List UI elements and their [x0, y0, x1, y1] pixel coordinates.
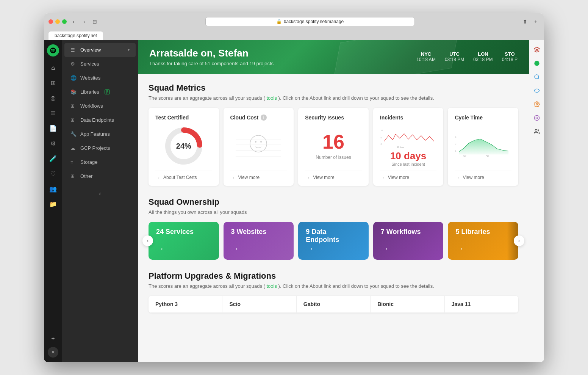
sidebar-item-app-features[interactable]: 🔧 App Features [64, 127, 136, 141]
platform-upgrades-subtitle: The scores are an aggregate across all y… [149, 283, 518, 289]
sidebar-item-workflows[interactable]: ⊞ Workflows [64, 99, 136, 113]
rp-search-icon[interactable] [532, 72, 542, 82]
libraries-badge: β [105, 89, 110, 94]
clock-nyc-time: 10:18 AM [416, 57, 436, 62]
cloud-cost-sparkline [232, 132, 285, 160]
incidents-body: 10 5 0 10 days 10 days Since last incide… [380, 125, 437, 167]
scroll-left-button[interactable]: ‹ [142, 235, 153, 246]
gcp-projects-icon: ☁ [70, 145, 77, 151]
sidebar-item-libraries[interactable]: 📚 Libraries β [64, 85, 136, 99]
incidents-title: Incidents [380, 115, 437, 121]
squad-metrics-section: Squad Metrics The scores are an aggregat… [149, 83, 518, 186]
back-button[interactable]: ‹ [70, 18, 77, 25]
svg-point-20 [534, 61, 539, 66]
platform-col-gabito: Gabito [297, 296, 371, 312]
active-tab[interactable]: backstage.spotify.net [48, 31, 103, 40]
info-icon[interactable]: i [261, 115, 267, 121]
scroll-right-button[interactable]: › [514, 235, 524, 246]
rail-grid-icon[interactable]: ⊞ [46, 76, 60, 90]
spotify-logo[interactable] [47, 44, 59, 56]
rp-layers-icon[interactable] [532, 44, 542, 55]
rail-home-icon[interactable]: ⌂ [46, 61, 60, 75]
cloud-cost-title: Cloud Cost i [230, 115, 287, 121]
sidebar-item-overview[interactable]: ☰ Overview ▾ [64, 43, 136, 57]
ownership-card-workflows[interactable]: 7 Workflows → [373, 222, 444, 260]
svg-text:1: 1 [455, 149, 457, 152]
sidebar-item-gcp-projects[interactable]: ☁ GCP Projects [64, 141, 136, 155]
rail-people-icon[interactable]: 👥 [46, 182, 60, 196]
security-issues-number: 16 [322, 132, 344, 152]
forward-button[interactable]: › [80, 18, 88, 25]
platform-tools-link[interactable]: tools [266, 283, 277, 289]
rail-docs-icon[interactable]: ☰ [46, 107, 60, 120]
ownership-card-endpoints[interactable]: 9 Data Endpoints → [298, 222, 369, 260]
websites-card-arrow: → [231, 244, 286, 254]
incidents-footer[interactable]: → View more [380, 171, 437, 180]
rail-file-icon[interactable]: 📄 [46, 122, 60, 135]
endpoints-card-label: 9 Data Endpoints [306, 228, 361, 244]
rail-heart-icon[interactable]: ♡ [46, 167, 60, 181]
tools-link[interactable]: tools [266, 95, 277, 101]
browser-window: ‹ › ⊟ 🔒 backstage.spotify.net/manage ⬆ +… [44, 13, 544, 362]
metric-card-cloud-cost: Cloud Cost i [224, 108, 294, 186]
cycle-time-footer[interactable]: → View more [455, 171, 511, 180]
svg-point-23 [534, 115, 539, 120]
rp-people-icon[interactable] [532, 126, 542, 137]
right-panel [529, 40, 544, 362]
platform-col-scio: Scio [222, 296, 296, 312]
sidebar-item-storage[interactable]: ≡ Storage [64, 155, 136, 169]
sidebar-item-data-endpoints[interactable]: ⊞ Data Endpoints [64, 113, 136, 127]
sidebar-item-websites[interactable]: 🌐 Websites [64, 71, 136, 85]
svg-text:3: 3 [455, 135, 457, 138]
rail-add-icon[interactable]: + [46, 332, 60, 345]
clock-sto: STO 04:18 P [502, 51, 518, 62]
incidents-label: Since last incident [380, 162, 437, 166]
svg-text:Apr: Apr [463, 155, 466, 157]
rail-close-icon[interactable]: ✕ [48, 347, 58, 358]
cloud-cost-footer[interactable]: → View more [230, 171, 287, 180]
security-issues-footer[interactable]: → View more [305, 171, 362, 180]
rp-circle-icon[interactable] [532, 113, 542, 123]
ownership-card-websites[interactable]: 3 Websites → [224, 222, 294, 260]
rail-flask-icon[interactable]: 🧪 [46, 152, 60, 166]
test-certified-footer[interactable]: → About Test Certs [155, 171, 212, 180]
rail-settings-icon[interactable]: ⚙ [46, 137, 60, 151]
overview-chevron: ▾ [128, 48, 130, 52]
ownership-card-libraries[interactable]: 5 Libraries → [448, 222, 518, 260]
cloud-cost-body [230, 125, 287, 167]
ownership-card-services[interactable]: 24 Services → [149, 222, 219, 260]
overview-icon: ☰ [70, 47, 77, 53]
rp-wave-icon[interactable] [532, 85, 542, 96]
rail-folder-icon[interactable]: 📁 [46, 198, 60, 211]
rail-search-icon[interactable]: ◎ [46, 91, 60, 105]
lock-icon: 🔒 [276, 19, 282, 24]
header-title: Arratsalde on, Stefan [149, 47, 274, 59]
svg-text:10 days: 10 days [397, 146, 404, 148]
metric-card-security: Security Issues 16 Number of issues → Vi… [298, 108, 369, 186]
minimize-button[interactable] [55, 19, 60, 24]
address-bar[interactable]: 🔒 backstage.spotify.net/manage [205, 17, 415, 26]
rp-spotify-icon[interactable] [532, 58, 542, 69]
tab-view-button[interactable]: ⊟ [91, 18, 99, 25]
platform-col-python3: Python 3 [149, 296, 222, 312]
browser-tabs: backstage.spotify.net [48, 29, 540, 40]
rp-gear-icon[interactable] [532, 99, 542, 110]
new-tab-button[interactable]: + [532, 18, 540, 25]
clock-sto-time: 04:18 P [502, 57, 518, 62]
storage-icon: ≡ [70, 159, 77, 165]
svg-point-4 [260, 141, 262, 143]
other-icon: ⊞ [70, 173, 77, 179]
security-issues-title: Security Issues [305, 115, 362, 121]
sidebar-item-other[interactable]: ⊞ Other [64, 169, 136, 183]
sidebar-label-data-endpoints: Data Endpoints [80, 117, 114, 123]
share-button[interactable]: ⬆ [521, 18, 529, 25]
close-button[interactable] [48, 19, 53, 24]
services-icon: ⚙ [70, 61, 77, 67]
sidebar: ☰ Overview ▾ ⚙ Services 🌐 Websites 📚 Lib… [62, 40, 138, 362]
metric-card-cycle-time: Cycle Time 3 2 1 Apr Apr [448, 108, 518, 186]
sidebar-item-services[interactable]: ⚙ Services [64, 57, 136, 71]
traffic-lights [48, 19, 67, 24]
cycle-time-arrow-icon: → [455, 175, 460, 180]
sidebar-collapse-button[interactable]: ‹ [62, 187, 138, 201]
maximize-button[interactable] [62, 19, 67, 24]
